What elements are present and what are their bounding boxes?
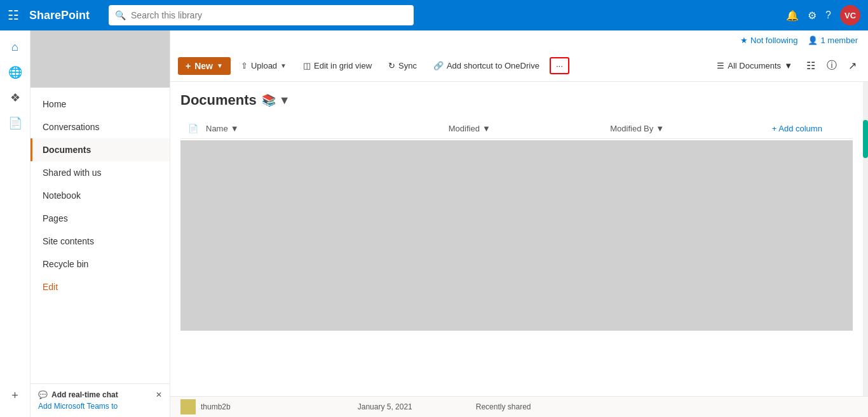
toolbar: + New ▼ ⇧ Upload ▼ ◫ Edit in grid view ↻… (170, 50, 868, 82)
grid-icon: ◫ (303, 61, 311, 70)
sidebar-item-conversations[interactable]: Conversations (31, 116, 170, 138)
toolbar-right: ☰ All Documents ▼ ☷ ⓘ ↗ (710, 55, 860, 76)
thumb-icon (180, 399, 196, 414)
sidebar-bottom-chat: ✕ 💬 Add real-time chat Add Microsoft Tea… (31, 383, 170, 417)
sidebar-item-notebook[interactable]: Notebook (31, 184, 170, 207)
sidebar-item-recycle-bin[interactable]: Recycle bin (31, 253, 170, 275)
person-icon: 👤 (808, 36, 818, 45)
user-avatar[interactable]: VC (840, 5, 860, 25)
add-chat-title[interactable]: 💬 Add real-time chat (38, 390, 156, 399)
upload-button[interactable]: ⇧ Upload ▼ (234, 57, 293, 74)
file-icon: 📄 (188, 124, 198, 133)
chat-icon: 💬 (38, 390, 48, 399)
column-modified-by[interactable]: Modified By ▼ (610, 124, 772, 133)
settings-icon[interactable]: ⚙ (808, 10, 817, 22)
modified-sort-icon: ▼ (482, 124, 491, 133)
scrollbar-thumb[interactable] (863, 120, 868, 158)
plus-icon: + (186, 61, 191, 71)
not-following-button[interactable]: ★ Not following (740, 36, 797, 45)
nav-globe-icon[interactable]: 🌐 (4, 61, 27, 84)
new-chevron-icon: ▼ (217, 62, 223, 69)
close-chat-icon[interactable]: ✕ (156, 390, 162, 399)
nav-home-icon[interactable]: ⌂ (4, 36, 27, 58)
main-layout: ⌂ 🌐 ❖ 📄 + Home Conversations Documents S… (0, 30, 868, 417)
filter-button[interactable]: ☷ (803, 56, 819, 76)
nav-right-actions: 🔔 ⚙ ? VC (786, 5, 860, 25)
sidebar-banner-image (31, 30, 170, 88)
table-header: 📄 Name ▼ Modified ▼ Modified By ▼ (180, 119, 853, 139)
all-documents-button[interactable]: ☰ All Documents ▼ (710, 57, 799, 74)
info-button[interactable]: ⓘ (823, 55, 841, 76)
modifiedby-sort-icon: ▼ (656, 124, 664, 133)
bottom-item-row: thumb2b January 5, 2021 Recently shared (170, 396, 868, 417)
add-teams-link[interactable]: Add Microsoft Teams to (38, 402, 162, 411)
sidebar-navigation: Home Conversations Documents Shared with… (31, 88, 170, 383)
main-content: ★ Not following 👤 1 member + New ▼ ⇧ Upl… (170, 30, 868, 417)
sidebar-item-shared-with-us[interactable]: Shared with us (31, 161, 170, 184)
sidebar-item-edit[interactable]: Edit (31, 275, 170, 298)
name-sort-icon: ▼ (231, 124, 239, 133)
upload-chevron-icon: ▼ (280, 62, 287, 69)
expand-button[interactable]: ↗ (844, 56, 860, 76)
documents-title-icon[interactable]: 📚 ▼ (262, 93, 290, 107)
member-count-button[interactable]: 👤 1 member (808, 36, 858, 45)
following-bar: ★ Not following 👤 1 member (170, 30, 868, 50)
vertical-scrollbar[interactable] (863, 82, 868, 396)
add-shortcut-button[interactable]: 🔗 Add shortcut to OneDrive (427, 57, 546, 74)
icon-navigation: ⌂ 🌐 ❖ 📄 + (0, 30, 31, 417)
sidebar-item-site-contents[interactable]: Site contents (31, 230, 170, 253)
document-area: Documents 📚 ▼ 📄 Name ▼ Modified ▼ (170, 82, 863, 396)
sidebar-item-home[interactable]: Home (31, 93, 170, 116)
brand-logo[interactable]: SharePoint (29, 9, 90, 22)
nav-notes-icon[interactable]: ❖ (4, 86, 27, 109)
edit-grid-button[interactable]: ◫ Edit in grid view (297, 57, 378, 74)
sync-button[interactable]: ↻ Sync (382, 57, 423, 74)
notification-icon[interactable]: 🔔 (786, 10, 799, 22)
search-container: 🔍 (109, 5, 414, 25)
add-column-button[interactable]: + Add column (772, 124, 853, 133)
document-area-wrapper: Documents 📚 ▼ 📄 Name ▼ Modified ▼ (170, 82, 868, 396)
nav-page-icon[interactable]: 📄 (4, 112, 27, 135)
star-icon: ★ (740, 36, 748, 45)
documents-title-row: Documents 📚 ▼ (180, 92, 853, 109)
top-navigation: ☷ SharePoint 🔍 🔔 ⚙ ? VC (0, 0, 868, 30)
sync-icon: ↻ (388, 61, 395, 70)
search-icon: 🔍 (115, 10, 126, 20)
all-docs-chevron-icon: ▼ (784, 61, 792, 70)
new-button[interactable]: + New ▼ (178, 57, 231, 75)
more-actions-button[interactable]: ··· (550, 57, 569, 74)
list-icon: ☰ (717, 61, 724, 70)
upload-icon: ⇧ (241, 61, 248, 70)
column-name[interactable]: Name ▼ (206, 124, 449, 133)
nav-plus-icon[interactable]: + (4, 384, 27, 407)
link-icon: 🔗 (433, 61, 444, 70)
sidebar: Home Conversations Documents Shared with… (31, 30, 170, 417)
documents-title: Documents (180, 92, 257, 109)
select-all-checkbox[interactable]: 📄 (180, 124, 206, 133)
document-list-placeholder (180, 140, 853, 331)
sidebar-item-documents[interactable]: Documents (31, 138, 170, 161)
column-modified[interactable]: Modified ▼ (449, 124, 611, 133)
waffle-icon[interactable]: ☷ (8, 8, 19, 23)
help-icon[interactable]: ? (825, 10, 831, 21)
sidebar-item-pages[interactable]: Pages (31, 207, 170, 230)
search-input[interactable] (131, 10, 407, 20)
